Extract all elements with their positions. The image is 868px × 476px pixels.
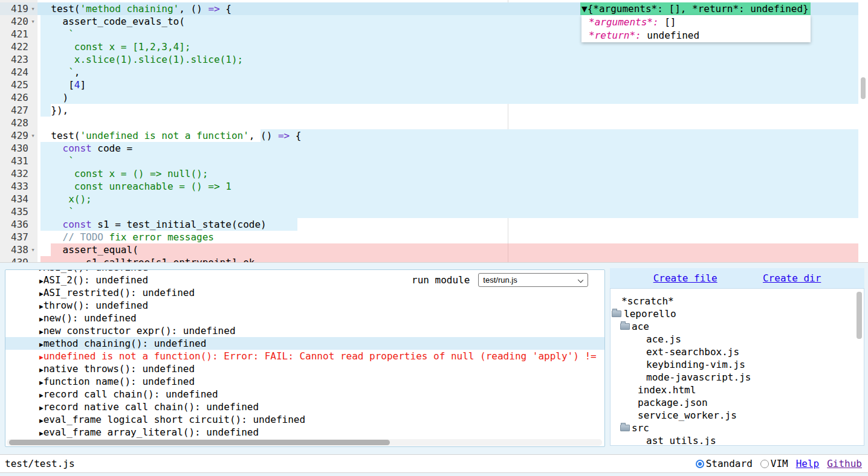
output-row[interactable]: ▶new constructor expr(): undefined bbox=[5, 324, 604, 337]
output-row[interactable]: ▶throw(): undefined bbox=[5, 299, 604, 312]
tree-item[interactable]: ast_utils.js bbox=[646, 434, 716, 446]
expand-arrow-icon[interactable]: ▶ bbox=[39, 391, 44, 399]
line-number: 432 bbox=[0, 167, 37, 180]
create-file-link[interactable]: Create file bbox=[653, 272, 717, 284]
keybinding-standard-option[interactable]: Standard bbox=[696, 458, 753, 469]
code-line[interactable]: }), bbox=[39, 104, 68, 117]
line-number: 423 bbox=[0, 53, 37, 66]
code-token bbox=[39, 231, 63, 243]
expand-arrow-icon[interactable]: ▶ bbox=[39, 303, 44, 310]
code-line[interactable]: // TODO fix error messages bbox=[39, 231, 214, 243]
tree-item[interactable]: leporello bbox=[624, 307, 676, 320]
editor-scrollbar-thumb[interactable] bbox=[861, 77, 866, 99]
code-token: s1 = test_initial_state(code) bbox=[92, 219, 267, 230]
code-line[interactable]: ` bbox=[39, 155, 74, 167]
help-link[interactable]: Help bbox=[796, 458, 820, 469]
value-tooltip-header[interactable]: ▼{*arguments*: [], *return*: undefined} bbox=[580, 2, 811, 15]
code-line[interactable]: `, bbox=[39, 66, 80, 79]
expand-arrow-icon[interactable]: ▶ bbox=[39, 353, 44, 361]
github-link[interactable]: Github bbox=[827, 458, 862, 469]
code-line[interactable]: ` bbox=[39, 205, 74, 218]
keybinding-vim-option[interactable]: VIM bbox=[760, 458, 788, 469]
line-number: 424 bbox=[0, 66, 37, 79]
code-line[interactable]: assert_code_evals_to( bbox=[39, 15, 185, 28]
code-line[interactable]: ` bbox=[39, 28, 74, 40]
create-dir-link[interactable]: Create dir bbox=[763, 272, 821, 284]
code-editor[interactable]: 419▾ test('method chaining', () => {420▾… bbox=[0, 0, 868, 263]
tree-item[interactable]: service_worker.js bbox=[638, 409, 737, 422]
code-line[interactable]: test('method chaining', () => { bbox=[39, 2, 232, 15]
tree-item[interactable]: package.json bbox=[638, 396, 708, 409]
code-token: ` bbox=[39, 155, 74, 167]
tree-item[interactable]: ext-searchbox.js bbox=[646, 346, 739, 358]
line-number: 430 bbox=[0, 142, 37, 155]
code-line[interactable]: const x = [1,2,3,4]; bbox=[39, 40, 190, 53]
output-row[interactable]: ▶eval_frame array_literal(): undefined bbox=[5, 426, 604, 439]
code-line[interactable]: const s1 = test_initial_state(code) bbox=[39, 218, 267, 231]
output-row[interactable]: ▶function name(): undefined bbox=[5, 375, 604, 388]
expand-arrow-icon[interactable]: ▶ bbox=[39, 277, 44, 285]
tree-item[interactable]: keybinding-vim.js bbox=[646, 358, 745, 371]
code-line[interactable]: x.slice(1).slice(1).slice(1); bbox=[39, 53, 243, 66]
highlight-band bbox=[40, 155, 858, 167]
code-token: 'method chaining' bbox=[80, 3, 179, 14]
expand-arrow-icon[interactable]: ▶ bbox=[39, 404, 44, 412]
leporello-app: 419▾ test('method chaining', () => {420▾… bbox=[0, 0, 868, 476]
expand-arrow-icon[interactable]: ▶ bbox=[39, 290, 44, 298]
code-line[interactable]: test('undefined is not a function', () =… bbox=[39, 129, 302, 142]
radio-unselected-icon[interactable] bbox=[760, 460, 769, 468]
tree-item[interactable]: *scratch* bbox=[621, 295, 674, 307]
code-line[interactable]: assert_equal( bbox=[39, 243, 138, 256]
tree-item[interactable]: index.html bbox=[638, 384, 696, 396]
fold-toggle-icon[interactable]: ▾ bbox=[29, 2, 37, 15]
expand-arrow-icon[interactable]: ▶ bbox=[39, 269, 44, 272]
tree-item[interactable]: ace bbox=[632, 320, 649, 333]
expand-arrow-icon[interactable]: ▶ bbox=[39, 366, 44, 374]
tree-item[interactable]: ace.js bbox=[646, 333, 681, 346]
expand-arrow-icon[interactable]: ▶ bbox=[39, 417, 44, 425]
tooltip-return-row[interactable]: *return*: undefined bbox=[589, 29, 811, 42]
output-row[interactable]: ▶record native call chain(): undefined bbox=[5, 400, 604, 413]
expand-arrow-icon[interactable]: ▶ bbox=[39, 315, 44, 323]
output-row[interactable]: ▶native throws(): undefined bbox=[5, 362, 604, 375]
output-hscrollbar-thumb[interactable] bbox=[9, 440, 390, 445]
expand-arrow-icon[interactable]: ▶ bbox=[39, 379, 44, 387]
radio-selected-icon[interactable] bbox=[696, 460, 704, 468]
code-token: { bbox=[220, 3, 232, 14]
fold-toggle-icon[interactable]: ▾ bbox=[29, 129, 37, 142]
code-token: }), bbox=[39, 105, 68, 116]
code-line[interactable]: const x = () => null(); bbox=[39, 167, 208, 180]
code-line[interactable]: s1.calltree[s1.entrypoint].ok, bbox=[39, 256, 261, 263]
tooltip-arguments-row[interactable]: *arguments*: [] bbox=[589, 16, 811, 29]
run-module-select[interactable]: test/run.js bbox=[478, 273, 588, 287]
code-token: assert_equal( bbox=[39, 244, 138, 256]
output-row[interactable]: ▶ASI_restrited(): undefined bbox=[5, 286, 604, 299]
output-row[interactable]: ▶new(): undefined bbox=[5, 312, 604, 324]
file-tree-scrollbar-thumb[interactable] bbox=[857, 292, 862, 339]
code-line[interactable]: ) bbox=[39, 91, 68, 104]
tree-item[interactable]: src bbox=[632, 422, 649, 434]
status-bar-right: Standard VIM Help Github bbox=[696, 458, 862, 469]
code-line[interactable]: x(); bbox=[39, 193, 92, 205]
expand-arrow-icon[interactable]: ▶ bbox=[39, 429, 44, 437]
run-module-label: run module bbox=[412, 274, 470, 286]
expand-arrow-icon[interactable]: ▶ bbox=[39, 341, 44, 349]
fold-toggle-icon[interactable]: ▾ bbox=[29, 15, 37, 28]
tree-item[interactable]: mode-javascript.js bbox=[646, 371, 751, 384]
code-line[interactable]: [4] bbox=[39, 79, 86, 91]
output-row[interactable]: ▶method chaining(): undefined bbox=[5, 337, 604, 350]
output-row[interactable]: ▶undefined is not a function(): Error: F… bbox=[5, 350, 604, 362]
code-token: ` bbox=[39, 206, 74, 217]
code-line[interactable]: const unreachable = () => 1 bbox=[39, 180, 232, 193]
test-results-panel[interactable]: ▶ASI_1(): undefined▶ASI_2(): undefined▶A… bbox=[5, 269, 605, 447]
file-tree[interactable]: *scratch*leporelloaceace.jsext-searchbox… bbox=[610, 288, 864, 446]
code-line[interactable]: const code = bbox=[39, 142, 132, 155]
fold-toggle-icon[interactable]: ▾ bbox=[29, 243, 37, 256]
output-row[interactable]: ▶record call chain(): undefined bbox=[5, 388, 604, 400]
code-token: code = bbox=[92, 143, 132, 154]
line-number: 422 bbox=[0, 40, 37, 53]
highlight-band bbox=[40, 193, 858, 205]
expand-arrow-icon[interactable]: ▶ bbox=[39, 328, 44, 336]
code-token: , () bbox=[179, 3, 208, 14]
output-row[interactable]: ▶eval_frame logical short circuit(): und… bbox=[5, 413, 604, 426]
